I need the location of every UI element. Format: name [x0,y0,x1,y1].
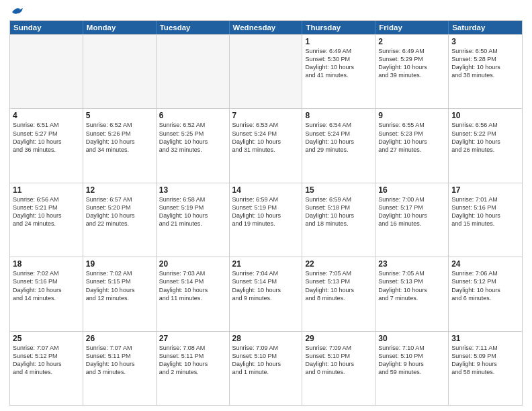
day-cell: 3Sunrise: 6:50 AM Sunset: 5:28 PM Daylig… [449,35,522,108]
day-number: 16 [378,185,445,195]
day-cell: 19Sunrise: 7:02 AM Sunset: 5:15 PM Dayli… [83,257,157,330]
day-number: 6 [159,111,226,120]
day-cell: 22Sunrise: 7:05 AM Sunset: 5:13 PM Dayli… [302,257,375,330]
day-number: 15 [305,185,372,195]
day-cell: 8Sunrise: 6:54 AM Sunset: 5:24 PM Daylig… [302,109,375,182]
day-info: Sunrise: 7:05 AM Sunset: 5:13 PM Dayligh… [305,269,372,302]
day-headers: SundayMondayTuesdayWednesdayThursdayFrid… [10,21,522,34]
day-info: Sunrise: 7:01 AM Sunset: 5:16 PM Dayligh… [451,195,519,228]
day-cell: 26Sunrise: 7:07 AM Sunset: 5:11 PM Dayli… [83,332,157,405]
day-info: Sunrise: 6:51 AM Sunset: 5:27 PM Dayligh… [13,121,80,154]
day-header-friday: Friday [375,21,449,34]
day-cell: 10Sunrise: 6:56 AM Sunset: 5:22 PM Dayli… [449,109,522,182]
day-number: 30 [378,334,445,343]
week-row-2: 4Sunrise: 6:51 AM Sunset: 5:27 PM Daylig… [10,108,522,182]
day-info: Sunrise: 6:56 AM Sunset: 5:21 PM Dayligh… [13,195,80,228]
day-info: Sunrise: 6:57 AM Sunset: 5:20 PM Dayligh… [86,195,153,228]
day-cell: 17Sunrise: 7:01 AM Sunset: 5:16 PM Dayli… [449,183,522,257]
day-number: 31 [451,334,519,343]
day-number: 19 [86,259,153,269]
day-number: 22 [305,259,372,269]
day-cell: 21Sunrise: 7:04 AM Sunset: 5:14 PM Dayli… [230,257,303,330]
day-info: Sunrise: 7:09 AM Sunset: 5:10 PM Dayligh… [305,344,372,377]
day-number: 25 [13,334,80,343]
day-cell: 1Sunrise: 6:49 AM Sunset: 5:30 PM Daylig… [302,35,375,108]
day-header-thursday: Thursday [302,21,375,34]
day-cell: 23Sunrise: 7:05 AM Sunset: 5:13 PM Dayli… [375,257,449,330]
day-cell [83,35,157,108]
day-header-monday: Monday [83,21,157,34]
day-info: Sunrise: 7:03 AM Sunset: 5:14 PM Dayligh… [159,269,226,302]
day-header-wednesday: Wednesday [230,21,303,34]
day-cell: 12Sunrise: 6:57 AM Sunset: 5:20 PM Dayli… [83,183,157,257]
day-cell: 24Sunrise: 7:06 AM Sunset: 5:12 PM Dayli… [449,257,522,330]
day-number: 12 [86,185,153,195]
day-number: 24 [451,259,519,269]
day-number: 13 [159,185,226,195]
day-info: Sunrise: 7:07 AM Sunset: 5:12 PM Dayligh… [13,344,80,377]
day-header-tuesday: Tuesday [157,21,230,34]
calendar: SundayMondayTuesdayWednesdayThursdayFrid… [9,20,523,406]
day-number: 5 [86,111,153,120]
day-info: Sunrise: 6:59 AM Sunset: 5:18 PM Dayligh… [305,195,372,228]
week-row-4: 18Sunrise: 7:02 AM Sunset: 5:16 PM Dayli… [10,257,522,330]
day-header-sunday: Sunday [10,21,83,34]
day-info: Sunrise: 6:58 AM Sunset: 5:19 PM Dayligh… [159,195,226,228]
day-number: 4 [13,111,80,120]
day-number: 9 [378,111,445,120]
day-cell: 30Sunrise: 7:10 AM Sunset: 5:10 PM Dayli… [375,332,449,405]
day-info: Sunrise: 6:56 AM Sunset: 5:22 PM Dayligh… [451,121,519,154]
day-cell: 29Sunrise: 7:09 AM Sunset: 5:10 PM Dayli… [302,332,375,405]
day-info: Sunrise: 7:02 AM Sunset: 5:16 PM Dayligh… [13,269,80,302]
day-number: 27 [159,334,226,343]
day-cell: 9Sunrise: 6:55 AM Sunset: 5:23 PM Daylig… [375,109,449,182]
day-info: Sunrise: 7:05 AM Sunset: 5:13 PM Dayligh… [378,269,445,302]
day-number: 20 [159,259,226,269]
day-number: 17 [451,185,519,195]
day-cell: 5Sunrise: 6:52 AM Sunset: 5:26 PM Daylig… [83,109,157,182]
day-number: 26 [86,334,153,343]
day-info: Sunrise: 6:49 AM Sunset: 5:29 PM Dayligh… [378,47,445,80]
day-cell: 14Sunrise: 6:59 AM Sunset: 5:19 PM Dayli… [230,183,303,257]
day-cell: 18Sunrise: 7:02 AM Sunset: 5:16 PM Dayli… [10,257,83,330]
day-cell: 16Sunrise: 7:00 AM Sunset: 5:17 PM Dayli… [375,183,449,257]
day-info: Sunrise: 7:09 AM Sunset: 5:10 PM Dayligh… [232,344,300,377]
day-info: Sunrise: 7:08 AM Sunset: 5:11 PM Dayligh… [159,344,226,377]
day-cell [10,35,83,108]
day-number: 23 [378,259,445,269]
day-cell: 2Sunrise: 6:49 AM Sunset: 5:29 PM Daylig… [375,35,449,108]
week-row-1: 1Sunrise: 6:49 AM Sunset: 5:30 PM Daylig… [10,34,522,108]
logo-bird-icon [11,5,26,16]
week-row-5: 25Sunrise: 7:07 AM Sunset: 5:12 PM Dayli… [10,331,522,405]
day-info: Sunrise: 7:04 AM Sunset: 5:14 PM Dayligh… [232,269,300,302]
day-info: Sunrise: 6:55 AM Sunset: 5:23 PM Dayligh… [378,121,445,154]
day-info: Sunrise: 7:11 AM Sunset: 5:09 PM Dayligh… [451,344,519,377]
day-info: Sunrise: 7:07 AM Sunset: 5:11 PM Dayligh… [86,344,153,377]
calendar-body: 1Sunrise: 6:49 AM Sunset: 5:30 PM Daylig… [10,34,522,405]
day-info: Sunrise: 6:50 AM Sunset: 5:28 PM Dayligh… [451,47,519,80]
day-number: 21 [232,259,300,269]
day-cell: 6Sunrise: 6:52 AM Sunset: 5:25 PM Daylig… [157,109,230,182]
day-info: Sunrise: 6:52 AM Sunset: 5:25 PM Dayligh… [159,121,226,154]
day-cell [157,35,230,108]
day-number: 7 [232,111,300,120]
day-number: 3 [451,37,519,46]
day-info: Sunrise: 6:59 AM Sunset: 5:19 PM Dayligh… [232,195,300,228]
day-info: Sunrise: 6:49 AM Sunset: 5:30 PM Dayligh… [305,47,372,80]
day-cell: 27Sunrise: 7:08 AM Sunset: 5:11 PM Dayli… [157,332,230,405]
day-cell: 7Sunrise: 6:53 AM Sunset: 5:24 PM Daylig… [230,109,303,182]
day-number: 28 [232,334,300,343]
page: SundayMondayTuesdayWednesdayThursdayFrid… [0,0,532,411]
day-info: Sunrise: 7:02 AM Sunset: 5:15 PM Dayligh… [86,269,153,302]
day-info: Sunrise: 6:54 AM Sunset: 5:24 PM Dayligh… [305,121,372,154]
day-cell: 28Sunrise: 7:09 AM Sunset: 5:10 PM Dayli… [230,332,303,405]
day-cell: 13Sunrise: 6:58 AM Sunset: 5:19 PM Dayli… [157,183,230,257]
day-number: 8 [305,111,372,120]
day-number: 10 [451,111,519,120]
header [9,7,523,16]
day-number: 14 [232,185,300,195]
logo [9,7,26,16]
day-cell: 31Sunrise: 7:11 AM Sunset: 5:09 PM Dayli… [449,332,522,405]
day-cell: 20Sunrise: 7:03 AM Sunset: 5:14 PM Dayli… [157,257,230,330]
day-info: Sunrise: 7:00 AM Sunset: 5:17 PM Dayligh… [378,195,445,228]
